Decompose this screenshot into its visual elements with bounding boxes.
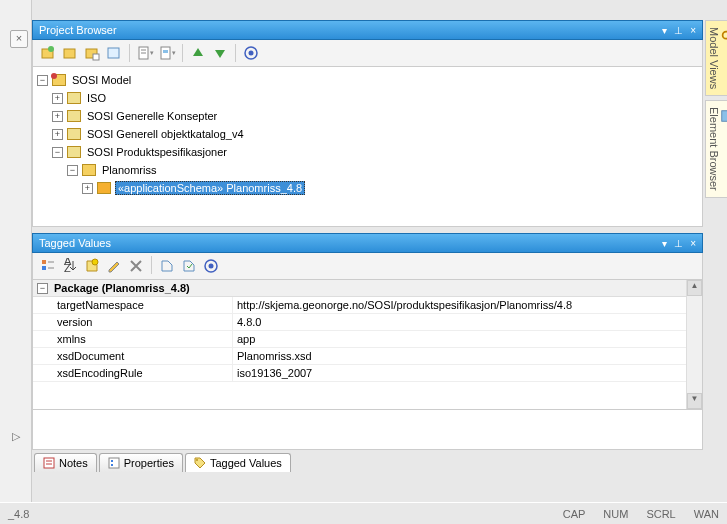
element-browser-tab[interactable]: Element Browser <box>705 100 727 198</box>
svg-rect-13 <box>163 50 168 53</box>
status-left: _4.8 <box>8 508 29 520</box>
property-value[interactable]: app <box>233 331 702 347</box>
vertical-scrollbar[interactable]: ▲ ▼ <box>686 280 702 409</box>
property-key: xmlns <box>33 331 233 347</box>
property-row[interactable]: xmlnsapp <box>33 331 702 348</box>
svg-rect-2 <box>722 111 727 122</box>
notes-icon <box>43 457 55 469</box>
folder-icon <box>97 182 111 194</box>
tree-node-label[interactable]: SOSI Generell objektkatalog_v4 <box>85 127 246 141</box>
new-tag-button[interactable] <box>82 256 102 276</box>
edit-tag-button[interactable] <box>104 256 124 276</box>
svg-rect-25 <box>44 458 54 468</box>
tag-action-1[interactable] <box>157 256 177 276</box>
svg-rect-30 <box>111 464 113 466</box>
sort-button[interactable]: AZ <box>60 256 80 276</box>
doc-button-2[interactable]: ▾ <box>157 43 177 63</box>
panel-menu-button[interactable]: ▾ <box>662 25 667 36</box>
properties-icon <box>108 457 120 469</box>
tree-node-label[interactable]: Planomriss <box>100 163 158 177</box>
panel-menu-button[interactable]: ▾ <box>662 238 667 249</box>
status-num: NUM <box>603 508 628 520</box>
close-tab-button[interactable]: × <box>10 30 28 48</box>
svg-rect-8 <box>108 48 119 58</box>
tag-icon <box>194 457 206 469</box>
svg-text:Z: Z <box>64 262 71 274</box>
property-value[interactable]: 4.8.0 <box>233 314 702 330</box>
svg-point-24 <box>209 264 214 269</box>
property-row[interactable]: xsdEncodingRuleiso19136_2007 <box>33 365 702 382</box>
package-icon <box>67 110 81 122</box>
property-value[interactable]: iso19136_2007 <box>233 365 702 381</box>
project-tree[interactable]: − SOSI Model +ISO +SOSI Generelle Konsep… <box>32 67 703 227</box>
notes-tab[interactable]: Notes <box>34 453 97 472</box>
property-row[interactable]: xsdDocumentPlanomriss.xsd <box>33 348 702 365</box>
svg-rect-5 <box>64 49 75 58</box>
tree-expander[interactable]: − <box>37 75 48 86</box>
tagged-values-header: Tagged Values ▾ ⊥ × <box>32 233 703 253</box>
move-up-button[interactable] <box>188 43 208 63</box>
tagged-values-grid[interactable]: − Package (Planomriss_4.8) targetNamespa… <box>32 280 703 410</box>
folder-icon <box>82 164 96 176</box>
tree-node-label[interactable]: SOSI Generelle Konsepter <box>85 109 219 123</box>
new-diagram-button[interactable] <box>82 43 102 63</box>
tree-node-label[interactable]: SOSI Produktspesifikasjoner <box>85 145 229 159</box>
svg-point-0 <box>723 32 727 39</box>
tree-expander[interactable]: + <box>82 183 93 194</box>
tree-expander[interactable]: + <box>52 129 63 140</box>
property-value[interactable]: Planomriss.xsd <box>233 348 702 364</box>
svg-point-31 <box>196 459 198 461</box>
scroll-up-button[interactable]: ▲ <box>687 280 702 296</box>
svg-rect-17 <box>42 266 46 270</box>
tagged-values-tab[interactable]: Tagged Values <box>185 453 291 472</box>
property-row[interactable]: targetNamespacehttp://skjema.geonorge.no… <box>33 297 702 314</box>
status-bar: _4.8 CAP NUM SCRL WAN <box>0 502 727 524</box>
move-down-button[interactable] <box>210 43 230 63</box>
tag-action-2[interactable] <box>179 256 199 276</box>
bottom-tabs: Notes Properties Tagged Values <box>32 450 703 472</box>
svg-point-15 <box>249 51 254 56</box>
delete-tag-button[interactable] <box>126 256 146 276</box>
description-box <box>32 410 703 450</box>
new-package-button[interactable] <box>60 43 80 63</box>
property-value[interactable]: http://skjema.geonorge.no/SOSI/produktsp… <box>233 297 702 313</box>
package-icon <box>67 128 81 140</box>
properties-tab[interactable]: Properties <box>99 453 183 472</box>
status-wan: WAN <box>694 508 719 520</box>
property-key: version <box>33 314 233 330</box>
help-button[interactable] <box>241 43 261 63</box>
tree-expander[interactable]: + <box>52 93 63 104</box>
scroll-down-button[interactable]: ▼ <box>687 393 702 409</box>
model-views-tab[interactable]: Model Views <box>705 20 727 96</box>
property-key: xsdEncodingRule <box>33 365 233 381</box>
tree-expander[interactable]: − <box>67 165 78 176</box>
svg-point-22 <box>92 259 98 265</box>
tree-expander[interactable]: − <box>52 147 63 158</box>
package-icon <box>67 92 81 104</box>
doc-button-1[interactable]: ▾ <box>135 43 155 63</box>
tree-root-label[interactable]: SOSI Model <box>70 73 133 87</box>
tree-node-selected[interactable]: «applicationSchema» Planomriss_4.8 <box>115 181 305 195</box>
svg-rect-29 <box>111 460 113 462</box>
categorize-button[interactable] <box>38 256 58 276</box>
property-key: targetNamespace <box>33 297 233 313</box>
new-element-button[interactable] <box>104 43 124 63</box>
status-scrl: SCRL <box>646 508 675 520</box>
panel-pin-button[interactable]: ⊥ <box>674 238 683 249</box>
property-row[interactable]: version4.8.0 <box>33 314 702 331</box>
tree-expander[interactable]: + <box>52 111 63 122</box>
new-model-button[interactable] <box>38 43 58 63</box>
expand-left-arrow[interactable]: ▷ <box>12 430 20 443</box>
group-expander[interactable]: − <box>37 283 48 294</box>
project-browser-toolbar: ▾ ▾ <box>32 40 703 67</box>
group-header-label: Package (Planomriss_4.8) <box>54 282 190 294</box>
tree-node-label[interactable]: ISO <box>85 91 108 105</box>
magnify-icon <box>720 29 727 43</box>
help-button[interactable] <box>201 256 221 276</box>
package-icon <box>67 146 81 158</box>
tagged-values-title: Tagged Values <box>39 237 111 249</box>
panel-close-button[interactable]: × <box>690 238 696 249</box>
project-browser-header: Project Browser ▾ ⊥ × <box>32 20 703 40</box>
panel-pin-button[interactable]: ⊥ <box>674 25 683 36</box>
panel-close-button[interactable]: × <box>690 25 696 36</box>
